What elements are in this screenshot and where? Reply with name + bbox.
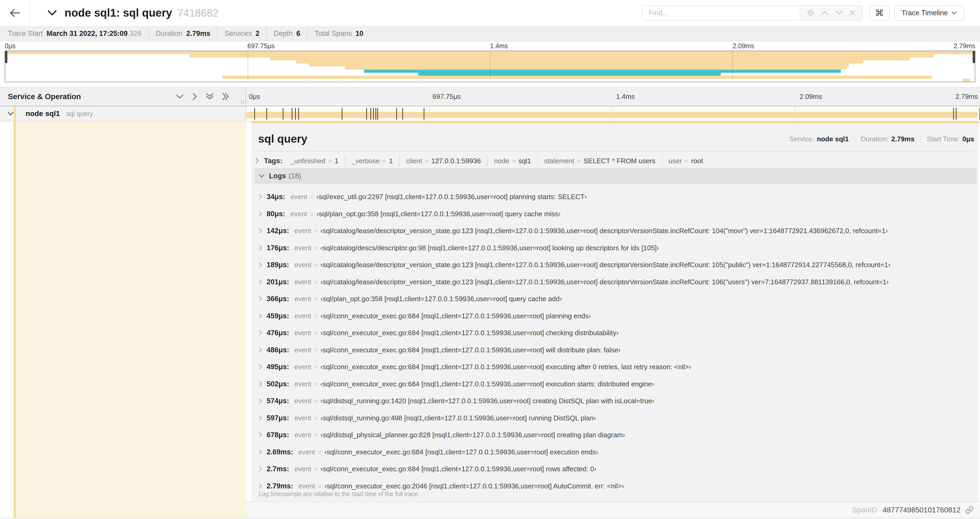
log-entry[interactable]: 366μs:event=‹sql/plan_opt.go:358 [nsql1,…	[255, 291, 976, 307]
service-operation-label: Service & Operation	[8, 92, 81, 101]
find-clear-x-icon[interactable]	[850, 10, 856, 16]
chevron-right-icon	[259, 279, 262, 285]
span-meta-item: Duration:2.79ms	[854, 135, 921, 143]
chevron-down-icon	[258, 174, 265, 178]
column-resizer-handle[interactable]	[241, 100, 244, 104]
chevron-right-icon	[259, 432, 262, 438]
log-marker-tick	[342, 108, 342, 120]
tags-accordion[interactable]: Tags: _unfinished=1_verbose=1client=127.…	[255, 155, 974, 167]
timeline-axis-label: 697.75μs	[430, 93, 461, 101]
log-marker-tick	[292, 108, 293, 120]
grid-line	[248, 51, 248, 82]
back-button[interactable]	[0, 0, 30, 26]
collapse-trace-chevron-down-icon[interactable]	[47, 9, 57, 17]
column-divider	[246, 87, 246, 518]
log-entry[interactable]: 142μs:event=‹sql/catalog/lease/descripto…	[255, 222, 976, 239]
log-entry[interactable]: 2.7ms:event=‹sql/conn_executor_exec.go:6…	[255, 460, 976, 477]
span-meta-item: Start Time:0μs	[920, 135, 974, 143]
minimap-axis-label: 0μs	[5, 42, 16, 50]
chevron-right-icon	[259, 245, 262, 251]
chevron-right-icon	[259, 398, 262, 404]
span-color-accent	[14, 121, 16, 518]
trace-summary-bar: Trace StartMarch 31 2022, 17:25:09.326Du…	[0, 26, 980, 42]
log-marker-tick	[377, 108, 378, 120]
minimap-span-bar	[270, 57, 910, 61]
span-collapse-chevron-down-icon[interactable]	[7, 112, 14, 116]
keyboard-shortcuts-button[interactable]: ⌘	[869, 5, 889, 21]
expand-all-double-chevron-right-icon[interactable]	[222, 92, 230, 101]
minimap-span-bar	[296, 61, 863, 64]
log-marker-tick	[375, 108, 376, 120]
expand-collapse-controls	[175, 87, 230, 106]
page-title: node sql1: sql query	[65, 6, 172, 19]
log-entry[interactable]: 201μs:event=‹sql/catalog/lease/descripto…	[255, 273, 976, 291]
log-entry[interactable]: 495μs:event=‹sql/conn_executor_exec.go:6…	[255, 358, 976, 375]
minimap-span-bar	[364, 70, 841, 73]
trace-stat: Duration2.79ms	[148, 26, 217, 42]
deep-link-icon[interactable]	[965, 506, 974, 514]
chevron-right-icon	[259, 194, 262, 200]
timeline-axis-label: 1.4ms	[613, 93, 635, 101]
log-entry[interactable]: 678μs:event=‹sql/distsql_physical_planne…	[255, 426, 976, 443]
minimap-axis-label: 697.75μs	[247, 42, 275, 50]
chevron-right-icon	[259, 296, 262, 302]
log-entry[interactable]: 486μs:event=‹sql/conn_executor_exec.go:6…	[255, 342, 976, 358]
chevron-right-icon	[259, 347, 262, 353]
chevron-right-icon	[259, 262, 262, 268]
span-meta-item: Service:node sql1	[784, 135, 854, 143]
minimap-span-bar	[418, 72, 721, 76]
log-entry[interactable]: 476μs:event=‹sql/conn_executor_exec.go:6…	[255, 324, 976, 341]
logs-accordion-header[interactable]: Logs (18)	[255, 168, 976, 184]
detail-row-left-column	[14, 121, 245, 518]
collapse-one-chevron-down-icon[interactable]	[175, 94, 184, 99]
trace-view-selector[interactable]: Trace Timeline	[894, 5, 964, 21]
log-entry[interactable]: 34μs:event=‹sql/exec_util.go:2297 [nsql1…	[255, 188, 976, 205]
find-prev-chevron-up-icon[interactable]	[821, 10, 829, 16]
span-duration-bar[interactable]	[246, 112, 978, 118]
log-entry[interactable]: 502μs:event=‹sql/conn_executor_exec.go:6…	[255, 375, 976, 393]
timeline-ruler: 0μs697.75μs1.4ms2.09ms2.79ms	[246, 87, 980, 106]
timeline-axis-label: 2.09ms	[796, 93, 822, 101]
span-detail-title: sql query	[258, 133, 307, 145]
span-detail-header: sql query Service:node sql1Duration:2.79…	[258, 131, 974, 147]
find-group	[642, 5, 862, 21]
tag-chip: client=127.0.0.1:59936	[399, 156, 487, 166]
log-entry[interactable]: 2.69ms:event=‹sql/conn_executor_exec.go:…	[255, 444, 976, 460]
log-entry[interactable]: 189μs:event=‹sql/catalog/lease/descripto…	[255, 256, 976, 273]
command-icon: ⌘	[875, 8, 884, 18]
span-name-cell[interactable]: node sql1 sql query	[0, 106, 246, 121]
timeline-axis-label: 0μs	[246, 93, 260, 101]
minimap-span-bar	[962, 78, 970, 82]
log-marker-tick	[402, 108, 403, 120]
log-entry[interactable]: 459μs:event=‹sql/conn_executor_exec.go:6…	[255, 308, 976, 324]
grid-line	[490, 51, 490, 82]
log-entry[interactable]: 176μs:event=‹sql/catalog/descs/descripto…	[255, 240, 976, 256]
find-controls	[800, 5, 862, 21]
find-next-chevron-down-icon[interactable]	[835, 10, 843, 16]
log-entry[interactable]: 80μs:event=‹sql/plan_opt.go:358 [nsql1,c…	[255, 206, 976, 222]
chevron-down-icon	[951, 11, 957, 15]
viewport-right-scrubber[interactable]	[973, 51, 975, 63]
collapse-all-double-chevron-down-icon[interactable]	[205, 93, 214, 101]
trace-stat: Depth6	[266, 26, 307, 42]
log-marker-tick	[953, 108, 954, 120]
minimap-canvas[interactable]	[5, 51, 975, 82]
span-row: node sql1 sql query	[0, 106, 980, 121]
minimap-axis-label: 2.79ms	[954, 42, 975, 50]
chevron-right-icon	[259, 211, 262, 217]
chevron-right-icon	[259, 313, 262, 319]
logs-label: Logs	[269, 172, 286, 180]
trace-title-group: node sql1: sql query 7418682	[47, 6, 218, 19]
view-selector-label: Trace Timeline	[902, 9, 948, 17]
log-entry[interactable]: 597μs:event=‹sql/distsql_running.go:498 …	[255, 410, 976, 426]
expand-one-chevron-right-icon[interactable]	[192, 92, 197, 101]
tag-chip: user=root	[662, 156, 710, 166]
span-timeline-cell[interactable]	[246, 106, 980, 121]
trace-stat: Services2	[217, 26, 266, 42]
spanid-label: SpanID:	[852, 506, 879, 514]
locate-icon[interactable]	[807, 9, 815, 17]
minimap-span-bar	[189, 54, 934, 57]
find-input[interactable]	[642, 5, 800, 21]
viewport-left-scrubber[interactable]	[5, 51, 7, 63]
log-entry[interactable]: 574μs:event=‹sql/distsql_running.go:1420…	[255, 393, 976, 409]
